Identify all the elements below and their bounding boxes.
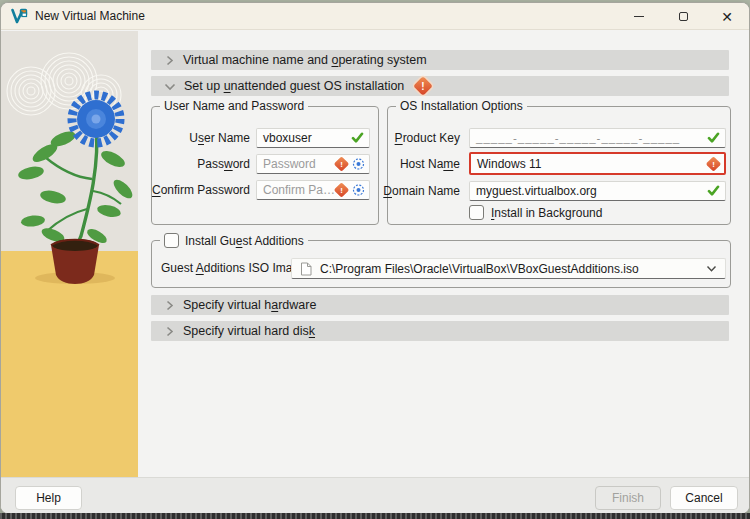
section-unattended-install[interactable]: Set up unattended guest OS installation xyxy=(151,76,729,96)
maximize-button[interactable] xyxy=(661,3,705,30)
titlebar: New Virtual Machine ✕ xyxy=(1,3,749,30)
invalid-warning-icon xyxy=(336,159,347,170)
group-title: Install Guest Additions xyxy=(160,233,308,248)
product-key-input[interactable]: _____-_____-_____-_____-_____ xyxy=(469,128,726,148)
window-title: New Virtual Machine xyxy=(35,9,145,23)
minimize-button[interactable] xyxy=(617,3,661,30)
product-key-mask: _____-_____-_____-_____-_____ xyxy=(476,132,680,144)
valid-check-icon xyxy=(707,132,720,144)
wizard-content: Virtual machine name and operating syste… xyxy=(138,31,750,481)
install-in-background-option[interactable]: Install in Background xyxy=(469,205,602,220)
valid-check-icon xyxy=(707,185,720,197)
reveal-password-icon[interactable] xyxy=(352,158,365,171)
guest-additions-iso-combobox[interactable]: C:\Program Files\Oracle\VirtualBox\VBoxG… xyxy=(291,258,726,279)
user-name-label: User Name xyxy=(189,131,250,145)
iso-path-value: C:\Program Files\Oracle\VirtualBox\VBoxG… xyxy=(320,262,698,276)
install-guest-additions-label: Install Guest Additions xyxy=(185,234,304,248)
domain-name-input[interactable]: myguest.virtualbox.org xyxy=(469,181,726,201)
confirm-password-label: Confirm Password xyxy=(152,183,250,197)
minimize-icon xyxy=(634,16,644,17)
group-os-installation-options: OS Installation Options Product Key ____… xyxy=(387,106,731,225)
confirm-password-placeholder: Confirm Password xyxy=(263,183,341,197)
section-label: Specify virtual hard disk xyxy=(183,324,315,338)
reveal-password-icon[interactable] xyxy=(352,184,365,197)
host-name-label: Host Name xyxy=(400,157,460,171)
new-vm-dialog: New Virtual Machine ✕ xyxy=(0,2,750,514)
group-install-guest-additions: Install Guest Additions Guest Additions … xyxy=(151,240,731,288)
combo-chevron-down-icon[interactable] xyxy=(706,265,717,273)
install-in-background-label: Install in Background xyxy=(491,206,602,220)
domain-name-label: Domain Name xyxy=(383,184,460,198)
group-title: OS Installation Options xyxy=(396,99,527,113)
close-button[interactable]: ✕ xyxy=(705,3,749,30)
virtualbox-logo-icon xyxy=(11,8,28,24)
desktop-edge xyxy=(0,513,750,519)
group-user-name-password: User Name and Password User Name vboxuse… xyxy=(151,106,379,225)
domain-name-value: myguest.virtualbox.org xyxy=(476,184,597,198)
invalid-warning-icon xyxy=(708,158,719,169)
sidebar-illustration xyxy=(1,31,138,481)
help-button[interactable]: Help xyxy=(15,486,82,510)
section-label: Virtual machine name and operating syste… xyxy=(183,53,427,67)
pot-icon xyxy=(51,239,99,284)
user-name-input[interactable]: vboxuser xyxy=(256,128,370,148)
host-name-input[interactable]: Windows 11 xyxy=(469,152,726,175)
product-key-label: Product Key xyxy=(395,131,460,145)
install-guest-additions-checkbox[interactable] xyxy=(164,233,179,248)
section-virtual-hardware[interactable]: Specify virtual hardware xyxy=(151,295,729,315)
chevron-right-icon xyxy=(164,326,175,337)
dialog-footer: Help Finish Cancel xyxy=(1,477,749,513)
section-virtual-hard-disk[interactable]: Specify virtual hard disk xyxy=(151,321,729,341)
group-title: User Name and Password xyxy=(160,99,308,113)
section-label: Specify virtual hardware xyxy=(183,298,316,312)
section-label: Set up unattended guest OS installation xyxy=(184,79,404,93)
password-input[interactable]: Password xyxy=(256,154,370,174)
password-placeholder: Password xyxy=(263,157,316,171)
guest-additions-iso-label: Guest Additions ISO Image: xyxy=(161,261,309,275)
valid-check-icon xyxy=(351,132,364,144)
maximize-icon xyxy=(679,12,688,21)
finish-button[interactable]: Finish xyxy=(595,486,661,510)
user-name-value: vboxuser xyxy=(263,131,312,145)
chevron-right-icon xyxy=(164,55,175,66)
close-icon: ✕ xyxy=(721,10,733,24)
cancel-button[interactable]: Cancel xyxy=(670,486,738,510)
chevron-right-icon xyxy=(164,300,175,311)
file-icon xyxy=(300,262,312,276)
section-vm-name-os[interactable]: Virtual machine name and operating syste… xyxy=(151,50,729,70)
chevron-down-icon xyxy=(164,81,176,92)
confirm-password-input[interactable]: Confirm Password xyxy=(256,180,370,200)
warning-icon xyxy=(413,76,433,96)
invalid-warning-icon xyxy=(336,185,347,196)
password-label: Password xyxy=(197,157,250,171)
host-name-value: Windows 11 xyxy=(477,157,541,171)
install-in-background-checkbox[interactable] xyxy=(469,205,484,220)
